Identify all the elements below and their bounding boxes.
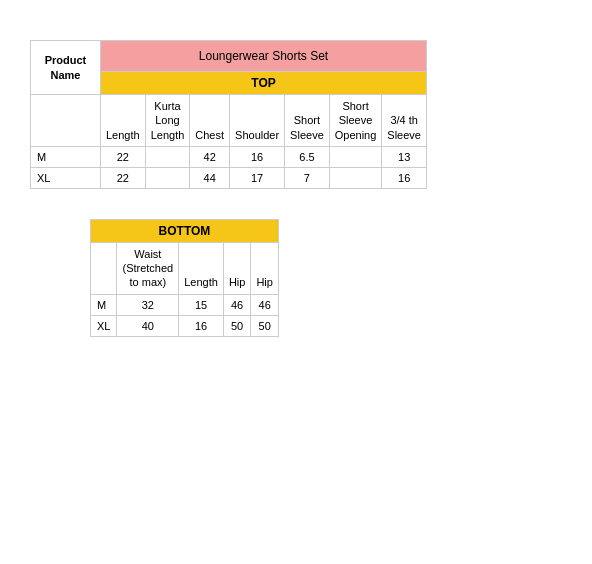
- top-xl-short-sleeve: 7: [285, 167, 330, 188]
- top-xl-three-quarter: 16: [382, 167, 427, 188]
- bottom-size-m: M: [91, 294, 117, 315]
- top-size-m: M: [31, 146, 101, 167]
- top-row-xl: XL 22 44 17 7 16: [31, 167, 427, 188]
- bottom-col-headers: Waist(Stretchedto max) Length Hip Hip: [91, 242, 279, 294]
- bottom-label: BOTTOM: [159, 224, 211, 238]
- col-header-length: Length: [101, 95, 146, 147]
- top-label: TOP: [251, 76, 275, 90]
- bottom-m-hip1: 46: [223, 294, 251, 315]
- bottom-xl-hip1: 50: [223, 315, 251, 336]
- top-table: Product Name Loungerwear Shorts Set TOP …: [30, 40, 427, 189]
- bottom-col-hip2: Hip: [251, 242, 279, 294]
- top-xl-kurta: [145, 167, 190, 188]
- bottom-xl-length: 16: [179, 315, 224, 336]
- bottom-table: BOTTOM Waist(Stretchedto max) Length Hip…: [90, 219, 279, 337]
- bottom-m-hip2: 46: [251, 294, 279, 315]
- top-section-label: TOP: [101, 72, 427, 95]
- bottom-m-waist: 32: [117, 294, 179, 315]
- bottom-section-row: BOTTOM: [91, 219, 279, 242]
- col-header-three-quarter: 3/4 thSleeve: [382, 95, 427, 147]
- top-m-length: 22: [101, 146, 146, 167]
- bottom-empty-header: [91, 242, 117, 294]
- top-row-m: M 22 42 16 6.5 13: [31, 146, 427, 167]
- bottom-xl-hip2: 50: [251, 315, 279, 336]
- product-name-label: Product Name: [45, 54, 87, 80]
- bottom-col-hip1: Hip: [223, 242, 251, 294]
- product-value: Loungerwear Shorts Set: [199, 49, 328, 63]
- col-header-short-sleeve: ShortSleeve: [285, 95, 330, 147]
- product-value-cell: Loungerwear Shorts Set: [101, 41, 427, 72]
- top-xl-shoulder: 17: [230, 167, 285, 188]
- bottom-row-xl: XL 40 16 50 50: [91, 315, 279, 336]
- col-header-sleeve-opening: ShortSleeveOpening: [329, 95, 382, 147]
- top-m-short-sleeve: 6.5: [285, 146, 330, 167]
- top-m-kurta: [145, 146, 190, 167]
- top-xl-chest: 44: [190, 167, 230, 188]
- bottom-table-wrapper: BOTTOM Waist(Stretchedto max) Length Hip…: [30, 219, 279, 337]
- column-headers-row: Length KurtaLongLength Chest Shoulder Sh…: [31, 95, 427, 147]
- bottom-size-xl: XL: [91, 315, 117, 336]
- product-header-row: Product Name Loungerwear Shorts Set: [31, 41, 427, 72]
- empty-size-header: [31, 95, 101, 147]
- tables-wrapper: Product Name Loungerwear Shorts Set TOP …: [20, 40, 572, 337]
- bottom-col-length: Length: [179, 242, 224, 294]
- top-m-shoulder: 16: [230, 146, 285, 167]
- bottom-col-waist: Waist(Stretchedto max): [117, 242, 179, 294]
- col-header-chest: Chest: [190, 95, 230, 147]
- bottom-xl-waist: 40: [117, 315, 179, 336]
- bottom-section-label: BOTTOM: [91, 219, 279, 242]
- top-xl-sleeve-opening: [329, 167, 382, 188]
- col-header-kurta: KurtaLongLength: [145, 95, 190, 147]
- top-xl-length: 22: [101, 167, 146, 188]
- top-m-three-quarter: 13: [382, 146, 427, 167]
- bottom-row-m: M 32 15 46 46: [91, 294, 279, 315]
- top-m-sleeve-opening: [329, 146, 382, 167]
- col-header-shoulder: Shoulder: [230, 95, 285, 147]
- bottom-m-length: 15: [179, 294, 224, 315]
- product-name-cell: Product Name: [31, 41, 101, 95]
- top-size-xl: XL: [31, 167, 101, 188]
- top-m-chest: 42: [190, 146, 230, 167]
